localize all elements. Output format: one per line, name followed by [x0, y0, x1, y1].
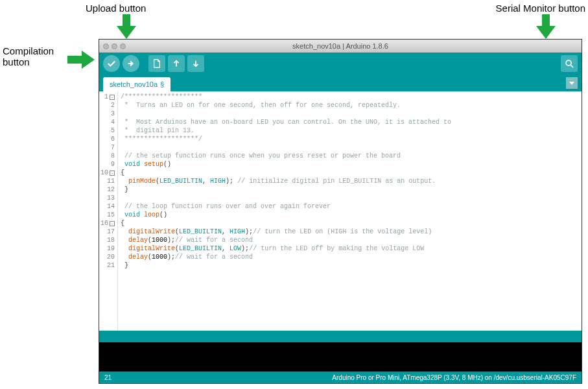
code-line[interactable]: [121, 143, 451, 152]
line-number: 1-: [100, 93, 115, 101]
serial-monitor-button[interactable]: [561, 55, 578, 72]
fold-icon[interactable]: -: [110, 95, 115, 100]
fold-icon[interactable]: -: [110, 171, 115, 176]
code-line[interactable]: digitalWrite(LED_BUILTIN, HIGH);// turn …: [121, 228, 451, 236]
line-number: 19: [100, 244, 115, 253]
tab-bar: sketch_nov10a §: [99, 75, 582, 91]
line-number: 12: [100, 185, 115, 194]
line-gutter: 1-2345678910-111213141516-1718192021: [99, 91, 118, 331]
window-traffic-lights[interactable]: [103, 43, 126, 49]
arrow-upload-icon: [117, 14, 136, 39]
code-line[interactable]: void setup(): [121, 160, 451, 169]
toolbar: [99, 53, 582, 75]
code-area[interactable]: /******************** * Turns an LED on …: [118, 91, 454, 331]
tab-menu-button[interactable]: [566, 77, 578, 89]
code-line[interactable]: {: [121, 169, 451, 177]
status-bar: 21 Arduino Pro or Pro Mini, ATmega328P (…: [99, 371, 582, 383]
sketch-tab[interactable]: sketch_nov10a §: [103, 77, 171, 91]
callout-upload-label: Upload button: [86, 3, 146, 14]
titlebar: sketch_nov10a | Arduino 1.8.6: [99, 40, 582, 53]
status-line-number: 21: [104, 374, 124, 381]
svg-marker-5: [569, 82, 574, 85]
line-number: 17: [100, 228, 115, 236]
code-line[interactable]: digitalWrite(LED_BUILTIN, LOW);// turn t…: [121, 244, 451, 253]
code-line[interactable]: /********************: [121, 93, 451, 101]
arrow-compile-icon: [67, 51, 95, 69]
code-line[interactable]: delay(1000);// wait for a second: [121, 253, 451, 261]
line-number: 6: [100, 135, 115, 143]
line-number: 13: [100, 194, 115, 202]
code-line[interactable]: // the loop function runs over and over …: [121, 202, 451, 211]
zoom-icon[interactable]: [120, 43, 126, 49]
line-number: 3: [100, 110, 115, 118]
code-line[interactable]: *******************/: [121, 135, 451, 143]
line-number: 14: [100, 202, 115, 211]
line-number: 21: [100, 261, 115, 270]
fold-icon[interactable]: -: [110, 221, 115, 226]
window-title: sketch_nov10a | Arduino 1.8.6: [292, 42, 388, 50]
message-bar: [99, 331, 582, 342]
line-number: 7: [100, 143, 115, 152]
console-output[interactable]: [99, 342, 582, 371]
arduino-ide-window: sketch_nov10a | Arduino 1.8.6 sketch_nov…: [99, 39, 582, 384]
save-sketch-button[interactable]: [187, 55, 204, 72]
svg-point-3: [566, 60, 571, 65]
tab-modified-indicator: §: [160, 80, 164, 88]
svg-marker-2: [67, 51, 95, 69]
svg-marker-1: [536, 14, 556, 39]
code-editor[interactable]: 1-2345678910-111213141516-1718192021 /**…: [99, 91, 582, 331]
line-number: 8: [100, 152, 115, 160]
code-line[interactable]: void loop(): [121, 211, 451, 219]
line-number: 18: [100, 236, 115, 244]
line-number: 11: [100, 177, 115, 185]
close-icon[interactable]: [103, 43, 109, 49]
line-number: 2: [100, 101, 115, 110]
minimize-icon[interactable]: [112, 43, 117, 49]
line-number: 5: [100, 126, 115, 135]
code-line[interactable]: * Turns an LED on for one second, then o…: [121, 101, 451, 110]
status-board-port: Arduino Pro or Pro Mini, ATmega328P (3.3…: [124, 374, 576, 381]
svg-marker-0: [117, 14, 136, 39]
line-number: 20: [100, 253, 115, 261]
code-line[interactable]: {: [121, 219, 451, 228]
line-number: 9: [100, 160, 115, 169]
svg-line-4: [571, 65, 574, 68]
code-line[interactable]: }: [121, 261, 451, 270]
code-line[interactable]: pinMode(LED_BUILTIN, HIGH); // initializ…: [121, 177, 451, 185]
code-line[interactable]: * digital pin 13.: [121, 126, 451, 135]
line-number: 16-: [100, 219, 115, 228]
upload-button[interactable]: [123, 55, 139, 72]
code-line[interactable]: [121, 110, 451, 118]
callout-compile-label: Compilation button: [3, 45, 64, 67]
line-number: 10-: [100, 169, 115, 177]
callout-serial-label: Serial Monitor button: [496, 3, 585, 14]
code-line[interactable]: }: [121, 185, 451, 194]
new-sketch-button[interactable]: [148, 55, 165, 72]
code-line[interactable]: * Most Arduinos have an on-board LED you…: [121, 118, 451, 126]
open-sketch-button[interactable]: [168, 55, 185, 72]
arrow-serial-icon: [536, 14, 556, 39]
line-number: 4: [100, 118, 115, 126]
code-line[interactable]: delay(1000);// wait for a second: [121, 236, 451, 244]
code-line[interactable]: // the setup function runs once when you…: [121, 152, 451, 160]
line-number: 15: [100, 211, 115, 219]
code-line[interactable]: [121, 194, 451, 202]
verify-button[interactable]: [103, 55, 120, 72]
tab-label: sketch_nov10a: [110, 80, 158, 88]
